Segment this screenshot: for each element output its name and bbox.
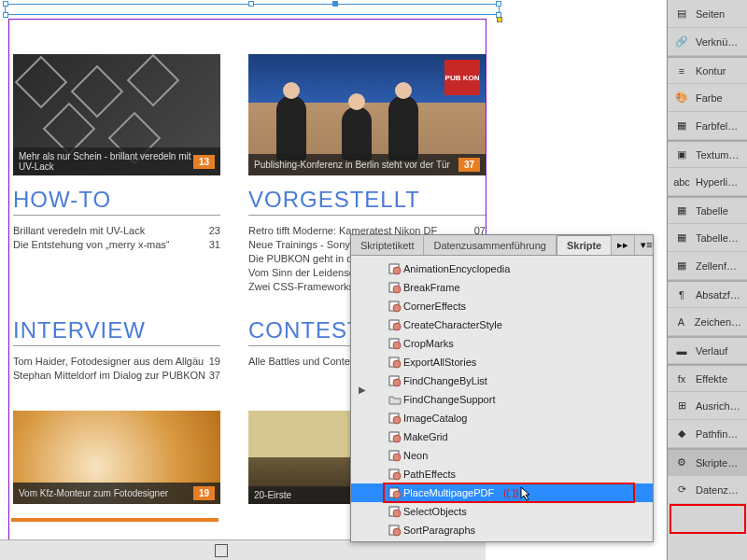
highlight-box <box>669 504 746 534</box>
panel-tab-kontur[interactable]: ≡Kontur <box>668 56 747 84</box>
script-item-neon[interactable]: Neon <box>351 446 653 465</box>
script-item-animationencyclopedia[interactable]: AnimationEncyclopedia <box>351 259 653 278</box>
script-icon <box>388 524 402 537</box>
svg-point-15 <box>393 416 401 424</box>
panel-icon: fx <box>673 371 690 387</box>
script-icon <box>388 337 402 350</box>
script-item-sortparagraphs[interactable]: SortParagraphs <box>351 521 653 539</box>
pubkon-badge: PUB KON <box>444 60 480 95</box>
list-item: Die Entstehung von „merry x-mas“31 <box>13 239 220 250</box>
script-item-cornereffects[interactable]: CornerEffects <box>351 297 653 315</box>
svg-point-11 <box>393 360 401 368</box>
section-heading-vorgestellt: VORGESTELLT <box>248 187 486 216</box>
svg-point-7 <box>393 323 401 330</box>
tab-datenzusammenfuehrung[interactable]: Datenzusammenführung <box>424 236 556 255</box>
svg-point-23 <box>393 491 401 498</box>
feature-image-1[interactable]: Mehr als nur Schein - brillant veredeln … <box>13 54 220 175</box>
script-item-patheffects[interactable]: PathEffects <box>351 465 653 483</box>
section-heading-howto: HOW-TO <box>13 187 220 216</box>
panel-tab-effekte[interactable]: fxEffekte <box>668 364 747 392</box>
panel-icon: ▦ <box>673 230 690 246</box>
panel-icon: ▣ <box>673 147 690 163</box>
script-icon <box>388 430 402 443</box>
svg-point-3 <box>393 286 401 293</box>
scripts-panel: Skriptetikett Datenzusammenführung Skrip… <box>350 234 654 542</box>
script-item-createcharacterstyle[interactable]: CreateCharacterStyle <box>351 315 653 334</box>
panel-tabs: Skriptetikett Datenzusammenführung Skrip… <box>351 235 653 256</box>
panel-icon: ▦ <box>673 203 690 219</box>
panel-tab-farbe[interactable]: 🎨Farbe <box>668 84 747 112</box>
script-item-breakframe[interactable]: BreakFrame <box>351 278 653 297</box>
thumb-image-1[interactable]: Vom Kfz-Monteur zum Fotodesigner19 <box>13 411 220 504</box>
tab-skriptetikett[interactable]: Skriptetikett <box>351 236 424 255</box>
list-item: Tom Haider, Fotodesigner aus dem Allgäu1… <box>13 356 220 367</box>
panel-tab-textum[interactable]: ▣Textum… <box>668 140 747 168</box>
script-icon <box>388 374 402 387</box>
panel-icon: ≡ <box>673 63 690 79</box>
panel-icon: 🎨 <box>673 90 690 106</box>
list-item: Stephan Mitteldorf im Dialog zur PUBKON3… <box>13 370 220 381</box>
list-item: Brillant veredeln mit UV-Lack23 <box>13 225 220 236</box>
feature-page-num: 37 <box>458 158 480 172</box>
script-icon <box>388 281 402 294</box>
orange-bar <box>11 518 218 522</box>
script-icon <box>388 505 402 518</box>
script-icon <box>388 486 402 499</box>
tabs-scroll-icon[interactable]: ▸▸ <box>612 235 634 255</box>
panel-tab-zeichen[interactable]: AZeichen… <box>668 308 747 336</box>
panel-tab-pathfin[interactable]: ◆Pathfin… <box>668 420 747 448</box>
svg-point-9 <box>393 342 401 349</box>
script-item-exportallstories[interactable]: ExportAllStories <box>351 353 653 371</box>
panel-menu-icon[interactable]: ▾≡ <box>634 235 657 255</box>
script-icon <box>388 468 402 481</box>
panel-tab-verlauf[interactable]: ▬Verlauf <box>668 336 747 364</box>
panel-tab-tabelle[interactable]: ▦Tabelle <box>668 196 747 224</box>
script-icon <box>388 412 402 425</box>
panel-icon: A <box>673 314 689 330</box>
svg-point-1 <box>393 267 401 274</box>
script-icon <box>388 262 402 275</box>
checkbox-icon[interactable] <box>215 544 228 557</box>
script-item-selectobjects[interactable]: SelectObjects <box>351 502 653 521</box>
script-item-cropmarks[interactable]: CropMarks <box>351 334 653 353</box>
feature-caption: Mehr als nur Schein - brillant veredeln … <box>19 151 193 172</box>
panel-tab-farbfel[interactable]: ▦Farbfel… <box>668 112 747 140</box>
section-heading-interview: INTERVIEW <box>13 317 220 346</box>
svg-point-5 <box>393 304 401 312</box>
script-icon <box>388 449 402 462</box>
script-item-findchangebylist[interactable]: FindChangeByList <box>351 371 653 390</box>
panel-tab-seiten[interactable]: ▤Seiten <box>668 0 747 28</box>
panel-tab-skripte[interactable]: ⚙Skripte… <box>668 448 747 476</box>
panel-tab-verknü[interactable]: 🔗Verknü… <box>668 28 747 56</box>
panel-icon: ⟳ <box>673 482 690 498</box>
panel-tab-tabelle[interactable]: ▦Tabelle… <box>668 224 747 252</box>
panel-tab-absatzf[interactable]: ¶Absatzf… <box>668 280 747 308</box>
feature-caption: Publishing-Konferenz in Berlin steht vor… <box>254 160 450 170</box>
panel-tab-ausrich[interactable]: ⊞Ausrich… <box>668 392 747 420</box>
panel-icon: abc <box>673 174 690 190</box>
script-icon <box>388 300 402 313</box>
script-item-makegrid[interactable]: MakeGrid <box>351 427 653 446</box>
script-item-placemultipagepdf[interactable]: PlaceMultipagePDF(( )) <box>351 483 653 502</box>
selection-box[interactable] <box>5 4 500 15</box>
panel-tab-hyperli[interactable]: abcHyperli… <box>668 168 747 196</box>
script-icon <box>388 318 402 331</box>
panel-icon: ▦ <box>673 258 690 274</box>
script-item-findchangesupport[interactable]: FindChangeSupport <box>351 390 653 409</box>
svg-point-13 <box>393 379 401 386</box>
panel-icon: ▦ <box>673 118 690 134</box>
panel-icon: ▬ <box>673 343 690 359</box>
tab-skripte[interactable]: Skripte <box>557 235 612 255</box>
panels-dock: ▤Seiten🔗Verknü…≡Kontur🎨Farbe▦Farbfel…▣Te… <box>667 0 747 560</box>
thumb-page-num: 19 <box>193 486 215 500</box>
script-icon <box>388 356 402 369</box>
svg-point-25 <box>393 510 401 517</box>
feature-image-2[interactable]: PUB KON Publishing-Konferenz in Berlin s… <box>248 54 486 175</box>
feature-page-num: 13 <box>193 155 215 169</box>
panel-tab-datenz[interactable]: ⟳Datenz… <box>668 476 747 504</box>
script-item-imagecatalog[interactable]: ImageCatalog <box>351 409 653 427</box>
script-list: AnimationEncyclopediaBreakFrameCornerEff… <box>351 256 653 543</box>
panel-icon: 🔗 <box>673 34 690 50</box>
panel-tab-zellenf[interactable]: ▦Zellenf… <box>668 252 747 280</box>
panel-icon: ¶ <box>673 287 690 303</box>
